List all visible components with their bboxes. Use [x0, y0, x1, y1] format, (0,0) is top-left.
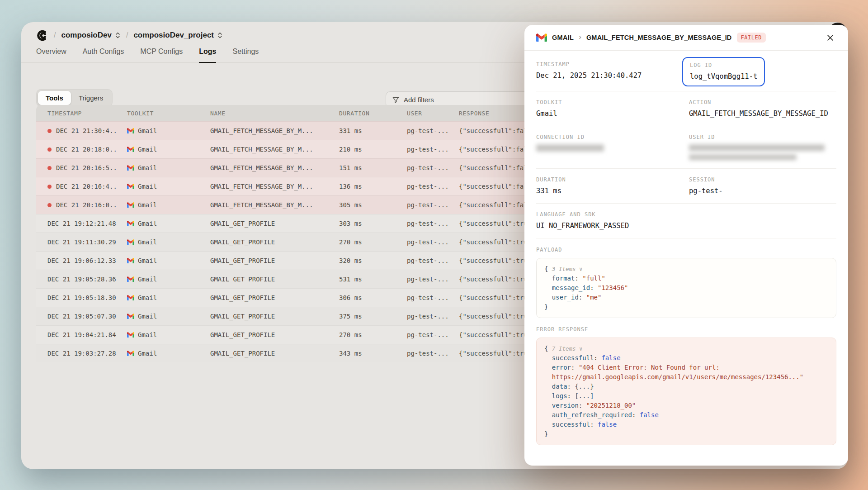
code-line: message_id: "123456" [544, 283, 828, 293]
close-icon [827, 34, 834, 41]
cell-toolkit: Gmail [127, 201, 210, 209]
field-row-connection-user: CONNECTION ID USER ID [536, 126, 836, 169]
table-row[interactable]: DEC 21 20:16:0..GmailGMAIL_FETCH_MESSAGE… [36, 195, 570, 214]
toolkit-label: Gmail [138, 331, 157, 338]
table-row[interactable]: DEC 21 19:04:21.84GmailGMAIL_GET_PROFILE… [36, 325, 570, 344]
cell-name: GMAIL_GET_PROFILE [210, 276, 339, 283]
code-line: { 7 Items ∨ [544, 344, 828, 353]
log-detail-body: TIMESTAMP Dec 21, 2025 21:30:40.427 LOG … [524, 51, 848, 445]
table-row[interactable]: DEC 21 19:03:27.28GmailGMAIL_GET_PROFILE… [36, 344, 570, 362]
gmail-icon [127, 276, 134, 282]
code-line: successfull: false [544, 353, 828, 363]
table-row[interactable]: DEC 21 19:06:12.33GmailGMAIL_GET_PROFILE… [36, 251, 570, 270]
tab-logs[interactable]: Logs [199, 48, 216, 63]
composio-logo-icon [36, 29, 48, 42]
gmail-icon [127, 332, 134, 338]
tab-overview[interactable]: Overview [36, 48, 66, 62]
cell-name: GMAIL_GET_PROFILE [210, 313, 339, 320]
table-row[interactable]: DEC 21 21:30:4..GmailGMAIL_FETCH_MESSAGE… [36, 121, 570, 140]
redacted-user-id [689, 154, 797, 160]
table-row[interactable]: DEC 21 19:05:07.30GmailGMAIL_GET_PROFILE… [36, 307, 570, 325]
field-label: SESSION [689, 176, 836, 183]
gmail-icon [127, 314, 134, 319]
cell-user: pg-test-... [407, 350, 459, 357]
segment-triggers-button[interactable]: Triggers [71, 91, 111, 105]
gmail-icon [127, 165, 134, 171]
tab-mcp-configs[interactable]: MCP Configs [140, 48, 183, 62]
column-header-toolkit: TOOLKIT [127, 110, 210, 117]
code-line: successful: false [544, 420, 828, 429]
field-value: log_tVqomBgg11-t [690, 72, 757, 81]
toolkit-label: Gmail [138, 350, 157, 357]
failed-status-dot-icon [47, 185, 52, 189]
cell-name: GMAIL_FETCH_MESSAGE_BY_M... [210, 146, 339, 153]
breadcrumb-org-selector[interactable]: composioDev [61, 31, 120, 40]
field-row-toolkit-action: TOOLKIT Gmail ACTION GMAIL_FETCH_MESSAGE… [536, 91, 836, 126]
cell-toolkit: Gmail [127, 257, 210, 264]
tab-settings[interactable]: Settings [232, 48, 259, 62]
field-user-id: USER ID [689, 134, 836, 160]
field-label: DURATION [536, 176, 689, 183]
close-panel-button[interactable] [824, 31, 836, 44]
field-language-sdk: LANGUAGE AND SDK UI NO_FRAMEWORK_PASSED [536, 211, 836, 230]
log-detail-panel: GMAIL › GMAIL_FETCH_MESSAGE_BY_MESSAGE_I… [524, 25, 848, 466]
table-row[interactable]: DEC 21 19:11:30.29GmailGMAIL_GET_PROFILE… [36, 233, 570, 251]
cell-timestamp: DEC 21 19:06:12.33 [36, 257, 127, 264]
table-row[interactable]: DEC 21 19:05:18.30GmailGMAIL_GET_PROFILE… [36, 288, 570, 307]
field-action: ACTION GMAIL_FETCH_MESSAGE_BY_MESSAGE_ID [689, 99, 836, 118]
field-row-timestamp-logid: TIMESTAMP Dec 21, 2025 21:30:40.427 LOG … [536, 53, 836, 91]
table-row[interactable]: DEC 21 20:18:0..GmailGMAIL_FETCH_MESSAGE… [36, 140, 570, 158]
toolkit-label: Gmail [138, 127, 157, 134]
field-label: ACTION [689, 99, 836, 105]
segment-tools-button[interactable]: Tools [38, 91, 71, 105]
field-value: 331 ms [536, 187, 689, 195]
field-row-language-sdk: LANGUAGE AND SDK UI NO_FRAMEWORK_PASSED [536, 204, 836, 238]
field-value: Gmail [536, 109, 689, 118]
gmail-icon [127, 258, 134, 263]
code-line: user_id: "me" [544, 293, 828, 302]
cell-user: pg-test-... [407, 220, 459, 227]
cell-duration: 531 ms [339, 276, 407, 283]
field-label: LOG ID [690, 62, 757, 68]
column-header-user: USER [407, 110, 459, 117]
detail-action-title: GMAIL_FETCH_MESSAGE_BY_MESSAGE_ID [586, 34, 732, 41]
chevron-up-down-icon [217, 32, 223, 39]
cell-toolkit: Gmail [127, 276, 210, 283]
payload-json-box: { 3 Items ∨ format: "full" message_id: "… [536, 258, 836, 318]
table-row[interactable]: DEC 21 19:12:21.48GmailGMAIL_GET_PROFILE… [36, 214, 570, 233]
cell-name: GMAIL_FETCH_MESSAGE_BY_M... [210, 127, 339, 134]
cell-toolkit: Gmail [127, 331, 210, 338]
cell-timestamp: DEC 21 20:16:0.. [36, 201, 127, 209]
tab-auth-configs[interactable]: Auth Configs [83, 48, 124, 62]
table-row[interactable]: DEC 21 19:05:28.36GmailGMAIL_GET_PROFILE… [36, 270, 570, 288]
gmail-icon [127, 351, 134, 356]
column-header-timestamp: TIMESTAMP [36, 110, 127, 117]
cell-duration: 136 ms [339, 183, 407, 190]
table-row[interactable]: DEC 21 20:16:4..GmailGMAIL_FETCH_MESSAGE… [36, 177, 570, 195]
field-label: TIMESTAMP [536, 61, 689, 67]
failed-status-dot-icon [47, 129, 52, 133]
code-line: data: {...} [544, 382, 828, 391]
field-connection-id: CONNECTION ID [536, 134, 689, 160]
toolkit-label: Gmail [138, 164, 157, 171]
cell-timestamp: DEC 21 19:11:30.29 [36, 238, 127, 246]
cell-user: pg-test-... [407, 257, 459, 264]
tools-triggers-segmented-control: Tools Triggers [36, 89, 113, 107]
cell-name: GMAIL_GET_PROFILE [210, 238, 339, 246]
cell-user: pg-test-... [407, 331, 459, 338]
breadcrumb-project-selector[interactable]: composioDev_project [133, 31, 223, 40]
redacted-user-id [689, 144, 825, 151]
cell-user: pg-test-... [407, 238, 459, 246]
cell-timestamp: DEC 21 19:03:27.28 [36, 350, 127, 357]
cell-timestamp: DEC 21 19:04:21.84 [36, 331, 127, 338]
gmail-icon [127, 147, 134, 152]
cell-name: GMAIL_FETCH_MESSAGE_BY_M... [210, 183, 339, 190]
cell-name: GMAIL_FETCH_MESSAGE_BY_M... [210, 164, 339, 171]
cell-toolkit: Gmail [127, 238, 210, 246]
field-label: CONNECTION ID [536, 134, 689, 140]
cell-toolkit: Gmail [127, 146, 210, 153]
table-row[interactable]: DEC 21 20:16:5..GmailGMAIL_FETCH_MESSAGE… [36, 158, 570, 177]
code-line: auth_refresh_required: false [544, 410, 828, 420]
chevron-up-down-icon [115, 32, 121, 39]
toolkit-label: Gmail [138, 257, 157, 264]
